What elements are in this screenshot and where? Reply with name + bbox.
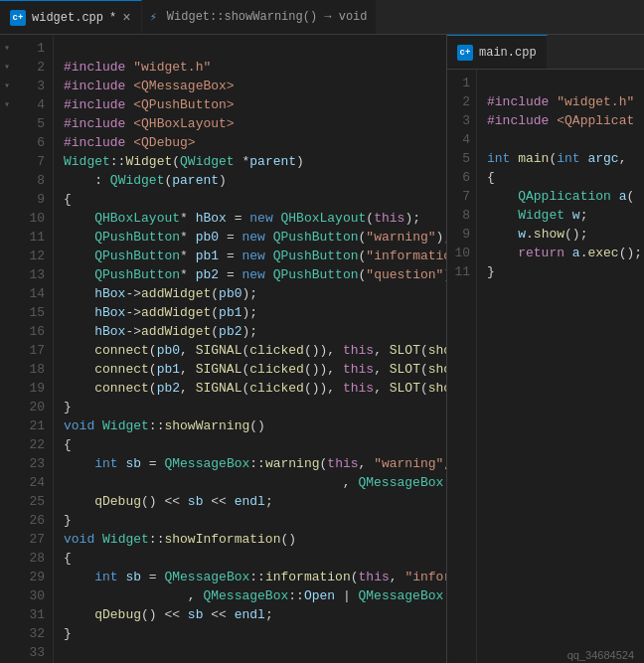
- tab-main-label: main.cpp: [479, 46, 537, 60]
- tab-main-cpp[interactable]: c+ main.cpp: [447, 35, 548, 69]
- watermark: qq_34684524: [567, 649, 634, 661]
- right-line-numbers: 12345 678910 11: [447, 70, 477, 663]
- right-tab-bar: c+ main.cpp: [447, 35, 644, 70]
- right-panel-main-cpp: c+ main.cpp 12345 678910 11 #include "wi…: [447, 35, 644, 663]
- right-code-area[interactable]: 12345 678910 11 #include "widget.h" #inc…: [447, 70, 644, 663]
- right-code-content[interactable]: #include "widget.h" #include <QApplicat …: [477, 70, 644, 663]
- editor-area: ▾ ▾: [0, 35, 644, 663]
- left-line-numbers: 12345 678910 1112131415 1617181920 21222…: [14, 35, 54, 663]
- breadcrumb-text: Widget::showWarning() → void: [167, 10, 368, 24]
- cpp-icon-widget: c+: [10, 10, 26, 26]
- tab-modified-indicator: *: [109, 11, 116, 25]
- tab-widget-cpp[interactable]: c+ widget.cpp * ×: [0, 0, 142, 34]
- tab-breadcrumb-separator: ⚡ Widget::showWarning() → void: [142, 0, 376, 34]
- left-panel-widget-cpp: ▾ ▾: [0, 35, 447, 663]
- tab-widget-close[interactable]: ×: [122, 11, 130, 25]
- left-code-content[interactable]: #include "widget.h" #include <QMessageBo…: [54, 35, 446, 663]
- left-code-area[interactable]: ▾ ▾: [0, 35, 446, 663]
- fold-arrow-showinformation[interactable]: ▾: [0, 77, 14, 95]
- fold-arrow-showquestion[interactable]: ▾: [0, 95, 14, 114]
- tab-widget-label: widget.cpp: [32, 11, 103, 25]
- cpp-icon-main: c+: [457, 45, 473, 61]
- left-fold-gutter: ▾ ▾: [0, 35, 14, 663]
- tab-bar: c+ widget.cpp * × ⚡ Widget::showWarning(…: [0, 0, 644, 35]
- fold-arrow-showwarning[interactable]: ▾: [0, 58, 14, 77]
- fold-arrow-widget-ctor[interactable]: ▾: [0, 39, 14, 58]
